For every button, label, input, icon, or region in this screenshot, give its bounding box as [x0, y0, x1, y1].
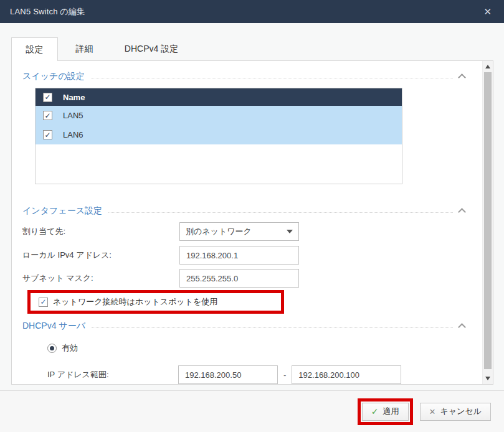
local-ipv4-input[interactable] — [179, 246, 299, 265]
switch-table-header: ✓ Name — [36, 88, 402, 106]
subnet-mask-label: サブネット マスク: — [22, 273, 179, 284]
ip-range-end-input[interactable] — [292, 365, 401, 384]
row-checkbox[interactable]: ✓ — [43, 130, 52, 139]
local-ipv4-label: ローカル IPv4 アドレス: — [22, 250, 179, 261]
collapse-chevron-icon[interactable] — [458, 323, 466, 331]
scrollbar-thumb[interactable] — [484, 72, 492, 369]
check-icon: ✓ — [371, 406, 379, 416]
settings-scroll-area: スイッチの設定 ✓ Name ✓ LAN5 ✓ LAN6 インタフェース設定 — [12, 61, 482, 384]
dhcp-enabled-row: 有効 — [47, 343, 482, 353]
tab-details[interactable]: 詳細 — [58, 37, 111, 60]
hotspot-checkbox-label[interactable]: ネットワーク接続時はホットスポットを使用 — [53, 296, 217, 308]
assign-row: 割り当て先: 別のネットワーク — [12, 222, 482, 241]
section-dhcpv4-server: DHCPv4 サーバ — [22, 320, 465, 332]
section-switch-settings: スイッチの設定 — [22, 70, 465, 83]
section-interface-settings: インタフェース設定 — [22, 205, 465, 217]
tab-settings[interactable]: 設定 — [11, 37, 58, 61]
local-ipv4-row: ローカル IPv4 アドレス: — [12, 246, 482, 265]
subnet-mask-input[interactable] — [179, 269, 299, 288]
dialog-titlebar: LAN5 Switch の編集 ✕ — [0, 0, 504, 23]
row-name: LAN6 — [63, 130, 83, 139]
settings-panel: スイッチの設定 ✓ Name ✓ LAN5 ✓ LAN6 インタフェース設定 — [11, 60, 493, 385]
apply-button-label: 適用 — [383, 406, 399, 417]
column-header-name: Name — [63, 93, 85, 102]
dialog-footer: ✓ 適用 ✕ キャンセル — [0, 390, 504, 432]
assign-dropdown[interactable]: 別のネットワーク — [179, 222, 299, 241]
ip-range-row: IP アドレス範囲: - — [12, 365, 482, 384]
dotted-divider — [91, 72, 453, 78]
assign-label: 割り当て先: — [22, 226, 179, 237]
dialog-title: LAN5 Switch の編集 — [10, 6, 481, 17]
vertical-scrollbar[interactable] — [482, 61, 493, 384]
table-row-lan6[interactable]: ✓ LAN6 — [36, 125, 402, 144]
apply-button[interactable]: ✓ 適用 — [362, 403, 409, 421]
scroll-down-arrow-icon[interactable] — [483, 373, 493, 383]
collapse-chevron-icon[interactable] — [458, 208, 466, 216]
radio-dot — [50, 346, 54, 350]
chevron-down-icon — [287, 230, 293, 233]
close-icon[interactable]: ✕ — [481, 6, 494, 17]
dhcp-enabled-radio[interactable] — [47, 344, 57, 353]
tab-bar: 設定 詳細 DHCPv4 設定 — [11, 37, 192, 61]
row-checkbox[interactable]: ✓ — [43, 111, 52, 120]
tab-dhcpv4-settings[interactable]: DHCPv4 設定 — [111, 37, 192, 60]
cancel-button[interactable]: ✕ キャンセル — [420, 403, 491, 421]
x-icon: ✕ — [429, 407, 436, 416]
ip-range-start-input[interactable] — [178, 365, 278, 384]
section-dhcpv4-title: DHCPv4 サーバ — [22, 321, 85, 332]
switch-table: ✓ Name ✓ LAN5 ✓ LAN6 — [35, 88, 402, 184]
section-switch-title: スイッチの設定 — [22, 71, 85, 82]
cancel-button-label: キャンセル — [440, 406, 482, 417]
dotted-divider — [92, 322, 453, 328]
dhcp-enabled-label[interactable]: 有効 — [62, 342, 78, 354]
subnet-mask-row: サブネット マスク: — [12, 269, 482, 288]
table-row-lan5[interactable]: ✓ LAN5 — [36, 106, 402, 125]
hotspot-highlight-box: ✓ ネットワーク接続時はホットスポットを使用 — [27, 290, 284, 314]
row-name: LAN5 — [63, 111, 83, 120]
assign-dropdown-value: 別のネットワーク — [186, 226, 287, 237]
apply-highlight-box: ✓ 適用 — [358, 398, 413, 425]
collapse-chevron-icon[interactable] — [458, 73, 466, 82]
range-separator: - — [283, 370, 286, 380]
select-all-checkbox[interactable]: ✓ — [43, 93, 52, 102]
section-interface-title: インタフェース設定 — [22, 205, 102, 217]
hotspot-checkbox[interactable]: ✓ — [39, 298, 48, 307]
dotted-divider — [108, 207, 453, 213]
ip-range-label: IP アドレス範囲: — [47, 369, 178, 380]
scroll-up-arrow-icon[interactable] — [483, 62, 493, 72]
